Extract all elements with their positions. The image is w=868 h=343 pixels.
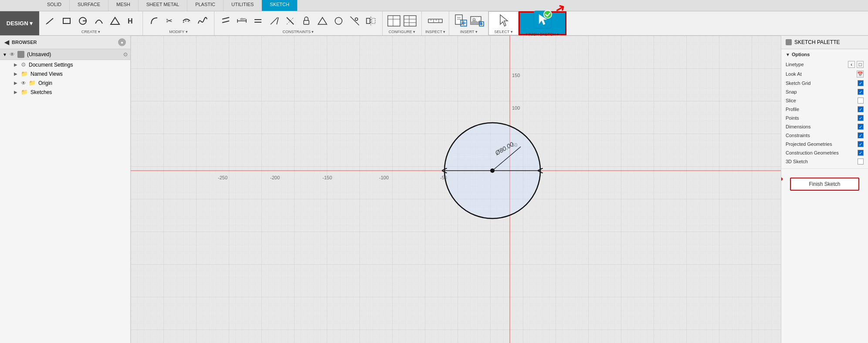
svg-text:✂: ✂ bbox=[166, 17, 173, 25]
svg-point-54 bbox=[544, 10, 552, 18]
tab-sheet-metal[interactable]: SHEET METAL bbox=[139, 0, 187, 11]
svg-text:-100: -100 bbox=[379, 175, 389, 180]
linetype-right-icon[interactable]: □ bbox=[857, 61, 864, 68]
sidebar-collapse-icon[interactable]: ◀ bbox=[4, 39, 9, 46]
sidebar-arrow-doc: ▶ bbox=[13, 62, 18, 67]
triangle-constraint-icon[interactable] bbox=[315, 13, 330, 29]
sidebar-close-icon[interactable]: ● bbox=[118, 38, 126, 46]
points-checkbox[interactable]: ✓ bbox=[858, 115, 864, 121]
palette-row-snap: Snap ✓ bbox=[786, 87, 864, 96]
slice-checkbox[interactable] bbox=[858, 98, 864, 104]
sidebar-item-doc-settings[interactable]: ▶ ⚙ Document Settings bbox=[0, 60, 130, 69]
arc-icon[interactable] bbox=[91, 13, 107, 29]
sidebar-item-named-views[interactable]: ▶ 📁 Named Views bbox=[0, 69, 130, 78]
constraints-label: CONSTRAINTS ▾ bbox=[282, 30, 314, 34]
svg-text:150: 150 bbox=[512, 73, 520, 78]
modify-group: ✂ MODIFY ▾ bbox=[143, 11, 214, 35]
point-icon[interactable] bbox=[347, 13, 363, 29]
scissors-icon[interactable]: ✂ bbox=[163, 13, 178, 29]
finish-sketch-button[interactable]: ➜ FINISH SKETCH ▾ bbox=[519, 11, 566, 35]
palette-row-3d-sketch: 3D Sketch bbox=[786, 157, 864, 166]
palette-icon bbox=[786, 39, 792, 45]
offset-icon[interactable] bbox=[179, 13, 194, 29]
design-button[interactable]: DESIGN ▾ bbox=[0, 11, 39, 35]
palette-finish-sketch-button[interactable]: Finish Sketch bbox=[790, 178, 859, 191]
constraint-parallel-icon[interactable] bbox=[218, 13, 234, 29]
diagonal1-icon[interactable] bbox=[266, 13, 282, 29]
sidebar-root-item[interactable]: ▼ 👁 (Unsaved) ⊙ bbox=[0, 49, 130, 60]
tab-sketch[interactable]: SKETCH bbox=[262, 0, 298, 11]
spline-icon[interactable] bbox=[195, 13, 210, 29]
palette-options-title: ▼ Options bbox=[786, 52, 864, 57]
linetype-label: Linetype bbox=[786, 62, 804, 67]
palette-title: SKETCH PALETTE bbox=[794, 39, 840, 45]
palette-header: SKETCH PALETTE bbox=[781, 36, 868, 49]
ruler-icon[interactable] bbox=[427, 13, 443, 29]
profile-checkbox[interactable]: ✓ bbox=[858, 106, 864, 112]
constraints-group: dim bbox=[214, 11, 383, 35]
3d-sketch-label: 3D Sketch bbox=[786, 159, 808, 164]
insert-icon[interactable] bbox=[453, 13, 468, 29]
sidebar-item-sketches[interactable]: ▶ 📁 Sketches bbox=[0, 87, 130, 97]
palette-row-construction-geo: Construction Geometries ✓ bbox=[786, 148, 864, 157]
sidebar-root-eye-icon[interactable]: 👁 bbox=[10, 51, 15, 57]
projected-geo-checkbox[interactable]: ✓ bbox=[858, 141, 864, 147]
svg-marker-3 bbox=[111, 17, 119, 24]
slice-label: Slice bbox=[786, 98, 796, 103]
look-at-icon[interactable]: 📅 bbox=[857, 71, 864, 77]
gear-icon: ⚙ bbox=[21, 61, 26, 68]
h-icon[interactable]: H bbox=[123, 13, 139, 29]
projected-geo-label: Projected Geometries bbox=[786, 141, 832, 147]
equal-icon[interactable] bbox=[250, 13, 266, 29]
sketch-grid-checkbox[interactable]: ✓ bbox=[858, 80, 864, 86]
svg-text:100: 100 bbox=[512, 105, 520, 111]
table-icon[interactable] bbox=[386, 13, 402, 29]
tab-plastic[interactable]: PLASTIC bbox=[187, 0, 224, 11]
canvas-area[interactable]: 150 100 50 -250 -200 -150 -100 -50 bbox=[131, 36, 781, 343]
svg-line-21 bbox=[350, 17, 359, 25]
svg-point-22 bbox=[355, 18, 358, 20]
finish-sketch-icon bbox=[533, 10, 552, 31]
snap-checkbox[interactable]: ✓ bbox=[858, 89, 864, 95]
create-label: CREATE ▾ bbox=[81, 30, 100, 34]
dimensions-checkbox[interactable]: ✓ bbox=[858, 124, 864, 130]
table2-icon[interactable] bbox=[402, 13, 418, 29]
tab-mesh[interactable]: MESH bbox=[108, 0, 139, 11]
rectangle-icon[interactable] bbox=[59, 13, 75, 29]
select-cursor-icon[interactable] bbox=[496, 13, 512, 29]
sidebar-root-options-icon[interactable]: ⊙ bbox=[123, 51, 128, 57]
select-group[interactable]: SELECT ▾ bbox=[488, 11, 518, 35]
tab-surface[interactable]: SURFACE bbox=[70, 0, 108, 11]
lock-icon[interactable] bbox=[298, 13, 314, 29]
svg-text:-250: -250 bbox=[218, 175, 227, 180]
sidebar-root-collapse-icon[interactable]: ▼ bbox=[3, 52, 7, 57]
palette-row-slice: Slice bbox=[786, 96, 864, 105]
3d-sketch-checkbox[interactable] bbox=[858, 158, 864, 165]
dimension-icon[interactable]: dim bbox=[234, 13, 250, 29]
circle-icon[interactable] bbox=[75, 13, 91, 29]
points-label: Points bbox=[786, 115, 799, 121]
svg-line-7 bbox=[222, 21, 229, 23]
palette-row-linetype: Linetype ‹ □ bbox=[786, 60, 864, 69]
construction-geo-checkbox[interactable]: ✓ bbox=[858, 150, 864, 156]
diagonal2-icon[interactable] bbox=[282, 13, 298, 29]
sidebar-arrow-named-views: ▶ bbox=[13, 71, 18, 77]
sidebar-header: ◀ BROWSER ● bbox=[0, 36, 130, 49]
image-insert-icon[interactable] bbox=[469, 13, 485, 29]
options-arrow-icon[interactable]: ▼ bbox=[786, 52, 790, 57]
palette-row-dimensions: Dimensions ✓ bbox=[786, 122, 864, 131]
sidebar-item-origin[interactable]: ▶ 👁 📁 Origin bbox=[0, 78, 130, 87]
eye-origin-icon[interactable]: 👁 bbox=[21, 80, 26, 86]
constraints-checkbox[interactable]: ✓ bbox=[858, 132, 864, 138]
line-icon[interactable] bbox=[43, 13, 58, 29]
sidebar-arrow-sketches: ▶ bbox=[13, 90, 18, 95]
linetype-left-icon[interactable]: ‹ bbox=[848, 61, 855, 68]
circle-constraint-icon[interactable] bbox=[331, 13, 346, 29]
browser-label: BROWSER bbox=[12, 40, 37, 45]
triangle-icon[interactable] bbox=[107, 13, 123, 29]
tab-solid[interactable]: SOLID bbox=[39, 0, 70, 11]
svg-rect-38 bbox=[455, 15, 462, 24]
mirror-icon[interactable] bbox=[363, 13, 379, 29]
fillet-icon[interactable] bbox=[146, 13, 162, 29]
tab-utilities[interactable]: UTILITIES bbox=[224, 0, 262, 11]
